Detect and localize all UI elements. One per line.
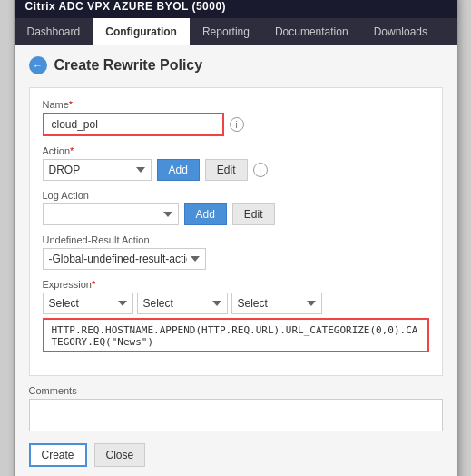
back-button[interactable]: ← (29, 56, 47, 74)
title-bar: Citrix ADC VPX AZURE BYOL (5000) (15, 0, 457, 18)
comments-textarea[interactable] (29, 399, 443, 431)
comments-section: Comments (29, 385, 443, 434)
expression-row: Expression* Select Select Select HTTP.RE… (43, 279, 429, 355)
footer-buttons: Create Close (29, 443, 443, 467)
action-row: Action* DROP Add Edit i (43, 145, 429, 181)
content-area: ← Create Rewrite Policy Name* i Action* (15, 45, 457, 476)
nav-documentation[interactable]: Documentation (262, 18, 361, 45)
nav-bar: Dashboard Configuration Reporting Docume… (15, 18, 457, 45)
name-label: Name* (43, 99, 429, 110)
title-text: Citrix ADC VPX AZURE BYOL (5000) (25, 0, 227, 13)
create-button[interactable]: Create (29, 443, 87, 467)
undefined-result-label: Undefined-Result Action (43, 234, 429, 245)
log-edit-button[interactable]: Edit (232, 203, 275, 225)
log-action-label: Log Action (43, 190, 429, 201)
expression-textarea[interactable]: HTTP.REQ.HOSTNAME.APPEND(HTTP.REQ.URL).U… (43, 318, 429, 352)
log-action-select[interactable] (43, 203, 179, 225)
name-info-icon[interactable]: i (230, 117, 244, 132)
name-input-group: i (43, 113, 429, 136)
expression-select-1[interactable]: Select (43, 293, 133, 314)
log-action-row: Log Action Add Edit (43, 190, 429, 225)
log-add-button[interactable]: Add (184, 203, 227, 225)
name-row: Name* i (43, 99, 429, 136)
undefined-result-select[interactable]: -Global-undefined-result-action- (43, 248, 206, 270)
expression-label: Expression* (43, 279, 429, 290)
action-edit-button[interactable]: Edit (205, 159, 248, 181)
comments-label: Comments (29, 385, 443, 396)
page-title: Create Rewrite Policy (54, 57, 203, 74)
action-select[interactable]: DROP (43, 159, 152, 181)
log-action-input-group: Add Edit (43, 203, 429, 225)
action-input-group: DROP Add Edit i (43, 159, 429, 181)
nav-downloads[interactable]: Downloads (361, 18, 440, 45)
expression-select-2[interactable]: Select (137, 293, 228, 314)
form-section: Name* i Action* DROP Add Edit (29, 87, 443, 376)
nav-configuration[interactable]: Configuration (93, 18, 190, 45)
name-input[interactable] (43, 113, 224, 136)
nav-dashboard[interactable]: Dashboard (15, 18, 93, 45)
action-info-icon[interactable]: i (253, 163, 268, 177)
expression-selects-group: Select Select Select (43, 293, 429, 314)
action-add-button[interactable]: Add (157, 159, 200, 181)
close-button[interactable]: Close (94, 443, 146, 467)
nav-reporting[interactable]: Reporting (190, 18, 262, 45)
action-label: Action* (43, 145, 429, 156)
page-header: ← Create Rewrite Policy (29, 56, 443, 74)
main-window: Citrix ADC VPX AZURE BYOL (5000) Dashboa… (14, 0, 458, 476)
undefined-result-row: Undefined-Result Action -Global-undefine… (43, 234, 429, 270)
expression-select-3[interactable]: Select (231, 293, 322, 314)
